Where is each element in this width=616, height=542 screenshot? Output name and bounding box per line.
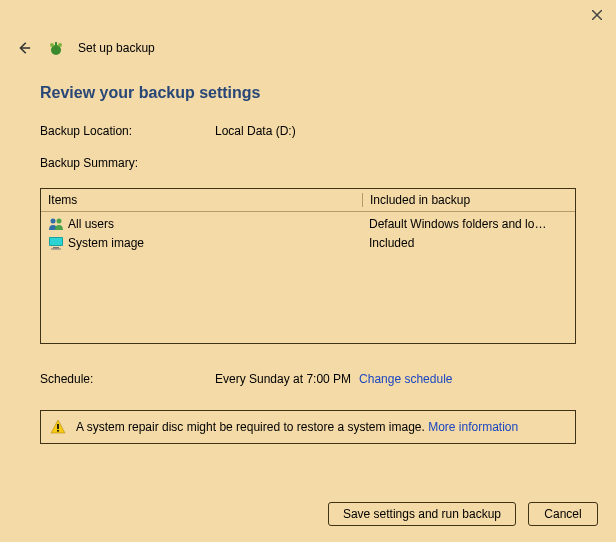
more-information-link[interactable]: More information (428, 420, 518, 434)
cancel-button[interactable]: Cancel (528, 502, 598, 526)
users-icon (48, 216, 64, 232)
svg-rect-9 (50, 238, 62, 245)
back-button[interactable] (14, 38, 34, 58)
svg-rect-10 (53, 247, 59, 249)
backup-location-row: Backup Location: Local Data (D:) (40, 124, 576, 138)
monitor-icon (48, 235, 64, 251)
back-arrow-icon (17, 41, 31, 55)
svg-rect-13 (57, 430, 59, 432)
summary-header-items[interactable]: Items (48, 193, 362, 207)
list-item[interactable]: All users Default Windows folders and lo… (48, 214, 568, 233)
warning-text-wrap: A system repair disc might be required t… (76, 420, 518, 434)
content-area: Review your backup settings Backup Locat… (40, 84, 576, 444)
svg-rect-12 (57, 424, 59, 429)
backup-location-value: Local Data (D:) (215, 124, 296, 138)
backup-summary-label-row: Backup Summary: (40, 156, 576, 170)
schedule-row: Schedule: Every Sunday at 7:00 PM Change… (40, 372, 576, 386)
summary-header-included[interactable]: Included in backup (362, 193, 568, 207)
summary-row-1-included: Included (362, 236, 568, 250)
title-bar: Set up backup (14, 38, 155, 58)
page-heading: Review your backup settings (40, 84, 576, 102)
save-settings-button[interactable]: Save settings and run backup (328, 502, 516, 526)
svg-point-6 (51, 218, 56, 223)
window-title: Set up backup (78, 41, 155, 55)
svg-point-4 (50, 43, 54, 47)
backup-summary-box: Items Included in backup All users Defau… (40, 188, 576, 344)
list-item[interactable]: System image Included (48, 233, 568, 252)
summary-row-0-included: Default Windows folders and lo… (362, 217, 568, 231)
backup-app-icon (48, 40, 64, 56)
schedule-value: Every Sunday at 7:00 PM (215, 372, 351, 386)
warning-box: A system repair disc might be required t… (40, 410, 576, 444)
svg-rect-11 (51, 248, 61, 249)
warning-text: A system repair disc might be required t… (76, 420, 428, 434)
warning-icon (50, 419, 66, 435)
summary-row-0-label: All users (68, 217, 114, 231)
svg-point-7 (57, 218, 62, 223)
summary-row-1-label: System image (68, 236, 144, 250)
svg-point-5 (58, 43, 62, 47)
backup-summary-label: Backup Summary: (40, 156, 215, 170)
close-button[interactable] (588, 6, 606, 24)
close-icon (592, 10, 602, 20)
change-schedule-link[interactable]: Change schedule (359, 372, 452, 386)
summary-header-row: Items Included in backup (41, 189, 575, 212)
schedule-label: Schedule: (40, 372, 215, 386)
button-bar: Save settings and run backup Cancel (328, 502, 598, 526)
backup-location-label: Backup Location: (40, 124, 215, 138)
